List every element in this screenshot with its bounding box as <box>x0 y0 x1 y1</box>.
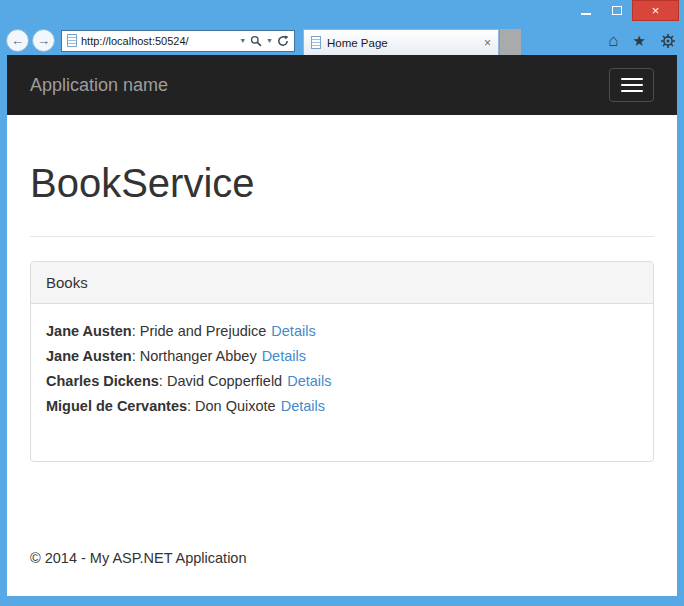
footer-copyright: © 2014 - My ASP.NET Application <box>30 550 654 566</box>
site-navbar: Application name <box>7 55 677 115</box>
window-controls: × <box>570 0 679 21</box>
book-list-item: Miguel de Cervantes: Don QuixoteDetails <box>46 394 638 419</box>
book-title: Northanger Abbey <box>140 348 257 364</box>
book-author: Jane Austen <box>46 323 132 339</box>
book-details-link[interactable]: Details <box>262 348 306 364</box>
page-title: BookService <box>30 161 654 206</box>
search-button[interactable] <box>250 35 262 47</box>
divider <box>30 236 654 237</box>
settings-button[interactable] <box>660 33 676 49</box>
book-title: Pride and Prejudice <box>140 323 267 339</box>
site-favicon-icon <box>67 34 77 47</box>
book-author: Charles Dickens <box>46 373 159 389</box>
search-dropdown-caret-icon[interactable]: ▼ <box>266 37 273 44</box>
back-icon: ← <box>11 34 24 47</box>
favorites-star-icon[interactable]: ★ <box>633 33 646 48</box>
book-details-link[interactable]: Details <box>287 373 331 389</box>
address-dropdown-caret-icon[interactable]: ▼ <box>239 37 246 44</box>
book-details-link[interactable]: Details <box>281 398 325 414</box>
navbar-toggle-button[interactable] <box>609 68 654 102</box>
back-button[interactable]: ← <box>6 29 29 52</box>
title-bar: × <box>0 0 684 26</box>
panel-heading: Books <box>31 262 653 304</box>
book-separator: : <box>187 398 195 414</box>
book-list-item: Charles Dickens: David CopperfieldDetail… <box>46 369 638 394</box>
book-title: Don Quixote <box>195 398 276 414</box>
forward-button[interactable]: → <box>32 29 55 52</box>
book-separator: : <box>132 348 140 364</box>
book-separator: : <box>159 373 167 389</box>
books-panel: Books Jane Austen: Pride and PrejudiceDe… <box>30 261 654 462</box>
navbar-brand[interactable]: Application name <box>30 75 168 96</box>
panel-body: Jane Austen: Pride and PrejudiceDetails … <box>31 304 653 461</box>
hamburger-icon <box>621 78 643 80</box>
gear-icon <box>660 33 676 49</box>
maximize-icon <box>612 6 622 15</box>
book-details-link[interactable]: Details <box>271 323 315 339</box>
book-author: Miguel de Cervantes <box>46 398 187 414</box>
address-bar[interactable]: http://localhost:50524/ ▼ ▼ <box>61 30 295 52</box>
refresh-button[interactable] <box>277 35 289 47</box>
book-list-item: Jane Austen: Pride and PrejudiceDetails <box>46 319 638 344</box>
tab-title: Home Page <box>327 37 388 49</box>
web-page: Application name BookService Books Jane … <box>7 55 677 596</box>
maximize-button[interactable] <box>601 0 632 21</box>
tab-close-icon[interactable]: × <box>484 36 491 50</box>
url-text: http://localhost:50524/ <box>81 35 235 47</box>
minimize-icon <box>581 13 591 15</box>
minimize-button[interactable] <box>570 0 601 21</box>
refresh-icon <box>277 35 289 47</box>
home-icon[interactable]: ⌂ <box>608 32 618 49</box>
browser-tab-home-page[interactable]: Home Page × <box>303 29 499 55</box>
page-content: BookService Books Jane Austen: Pride and… <box>7 161 677 566</box>
book-separator: : <box>132 323 140 339</box>
hamburger-icon <box>621 90 643 92</box>
close-icon: × <box>652 3 660 18</box>
browser-window: × ← → http://localhost:50524/ ▼ ▼ <box>0 0 684 606</box>
close-button[interactable]: × <box>632 0 679 21</box>
book-author: Jane Austen <box>46 348 132 364</box>
book-title: David Copperfield <box>167 373 282 389</box>
tab-page-icon <box>311 36 321 49</box>
forward-icon: → <box>37 34 50 47</box>
book-list-item: Jane Austen: Northanger AbbeyDetails <box>46 344 638 369</box>
search-icon <box>250 35 262 47</box>
browser-toolbar: ← → http://localhost:50524/ ▼ ▼ <box>0 26 684 55</box>
new-tab-button[interactable] <box>500 29 521 55</box>
hamburger-icon <box>621 84 643 86</box>
